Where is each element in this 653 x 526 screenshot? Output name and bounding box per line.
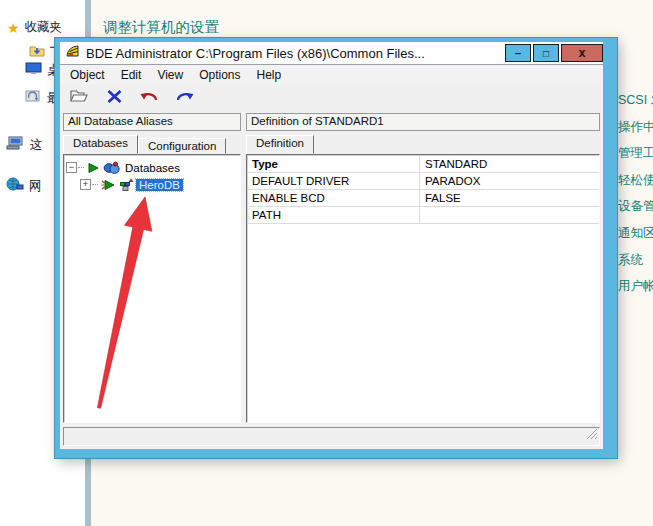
status-bar — [63, 427, 600, 446]
left-panel: All Database Aliases Databases Configura… — [63, 113, 241, 423]
menu-item-options[interactable]: Options — [191, 66, 248, 84]
resize-grip[interactable] — [586, 426, 598, 444]
expand-toggle-icon[interactable]: + — [80, 179, 91, 190]
minimize-button[interactable]: – — [505, 44, 531, 62]
active-play-triangle-icon — [101, 179, 116, 191]
table-row: ENABLE BCD FALSE — [247, 190, 599, 207]
definition-key: PATH — [247, 207, 419, 224]
star-icon: ★ — [7, 21, 20, 35]
table-row: DEFAULT DRIVER PARADOX — [247, 173, 599, 190]
redo-arrow-icon — [175, 89, 195, 107]
alias-tree-view[interactable]: − Databases + HeroDB — [63, 154, 241, 423]
control-panel-link[interactable]: SCSI 发 — [618, 92, 653, 109]
bde-app-icon — [65, 43, 81, 63]
tree-connector — [78, 167, 84, 168]
definition-table: Type STANDARD DEFAULT DRIVER PARADOX ENA… — [247, 156, 599, 224]
tree-label-herodb[interactable]: HeroDB — [136, 179, 183, 191]
control-panel-link[interactable]: 系统 — [618, 252, 643, 269]
control-panel-link[interactable]: 操作中心 — [618, 119, 653, 136]
left-panel-tabs: Databases Configuration — [63, 135, 241, 154]
toolbar — [60, 85, 603, 111]
open-folder-button[interactable] — [70, 89, 90, 107]
databases-icon — [103, 161, 120, 175]
menu-item-help[interactable]: Help — [249, 66, 290, 84]
desktop-monitor-icon — [25, 61, 42, 79]
desktop: 调整计算机的设置 ★ 收藏夹 下 桌 最 这 网 SCSI 发 操作中心 管理工… — [0, 0, 653, 526]
network-globe-icon — [6, 177, 24, 195]
tree-connector — [92, 184, 98, 185]
this-pc-icon — [6, 136, 25, 154]
adjust-settings-link[interactable]: 调整计算机的设置 — [103, 18, 219, 37]
control-panel-link[interactable]: 轻松使用 — [618, 172, 653, 189]
sidebar-item-this-pc[interactable]: 这 — [6, 136, 43, 154]
play-triangle-icon — [87, 162, 99, 174]
main-area: All Database Aliases Databases Configura… — [60, 111, 603, 425]
table-row: Type STANDARD — [247, 156, 599, 173]
open-folder-icon — [70, 89, 90, 107]
definition-value[interactable]: PARADOX — [419, 173, 599, 190]
definition-value[interactable]: FALSE — [419, 190, 599, 207]
right-panel: Definition of STANDARD1 Definition Type … — [246, 113, 600, 423]
titlebar[interactable]: BDE Administrator C:\Program Files (x86)… — [60, 42, 603, 65]
sidebar-item-favorites[interactable]: ★ 收藏夹 — [7, 19, 62, 36]
close-button[interactable]: x — [561, 44, 603, 62]
control-panel-link[interactable]: 用户帐户 — [618, 278, 653, 295]
tree-item-databases[interactable]: − Databases — [66, 159, 238, 176]
right-panel-header: Definition of STANDARD1 — [246, 113, 600, 131]
tree-label-databases[interactable]: Databases — [122, 162, 183, 174]
tab-definition[interactable]: Definition — [246, 135, 314, 154]
window-controls: – □ x — [505, 44, 603, 62]
table-row: PATH — [247, 207, 599, 224]
undo-arrow-icon — [139, 89, 159, 107]
downloads-folder-icon — [29, 43, 45, 61]
tree-item-herodb[interactable]: + HeroDB — [66, 176, 238, 193]
control-panel-link[interactable]: 通知区域 — [618, 225, 653, 242]
delete-button[interactable] — [106, 89, 123, 108]
definition-key: ENABLE BCD — [247, 190, 419, 207]
network-label: 网 — [29, 178, 42, 195]
favorites-label: 收藏夹 — [25, 19, 63, 36]
control-panel-link[interactable]: 设备管理 — [618, 198, 653, 215]
redo-button[interactable] — [175, 89, 195, 107]
menu-item-object[interactable]: Object — [62, 66, 113, 84]
sidebar-item-network[interactable]: 网 — [6, 177, 42, 195]
this-pc-label: 这 — [30, 137, 43, 154]
definition-value[interactable]: STANDARD — [419, 156, 599, 173]
left-panel-header: All Database Aliases — [63, 113, 241, 131]
collapse-toggle-icon[interactable]: − — [66, 162, 77, 173]
bde-administrator-window: BDE Administrator C:\Program Files (x86)… — [55, 38, 617, 458]
menu-item-view[interactable]: View — [149, 66, 191, 84]
control-panel-link[interactable]: 管理工具 — [618, 145, 653, 162]
undo-button[interactable] — [139, 89, 159, 107]
tab-databases[interactable]: Databases — [63, 135, 138, 154]
database-alias-icon — [120, 178, 134, 191]
right-panel-tabs: Definition — [246, 135, 600, 154]
menubar: Object Edit View Options Help — [60, 65, 603, 85]
menu-item-edit[interactable]: Edit — [113, 66, 150, 84]
definition-key: Type — [247, 156, 419, 173]
recent-places-icon — [25, 89, 42, 107]
maximize-button[interactable]: □ — [533, 44, 559, 62]
definition-value[interactable] — [419, 207, 599, 224]
delete-x-icon — [106, 89, 123, 108]
tab-configuration[interactable]: Configuration — [138, 138, 226, 154]
definition-grid[interactable]: Type STANDARD DEFAULT DRIVER PARADOX ENA… — [246, 154, 600, 423]
definition-key: DEFAULT DRIVER — [247, 173, 419, 190]
window-title: BDE Administrator C:\Program Files (x86)… — [86, 46, 425, 61]
